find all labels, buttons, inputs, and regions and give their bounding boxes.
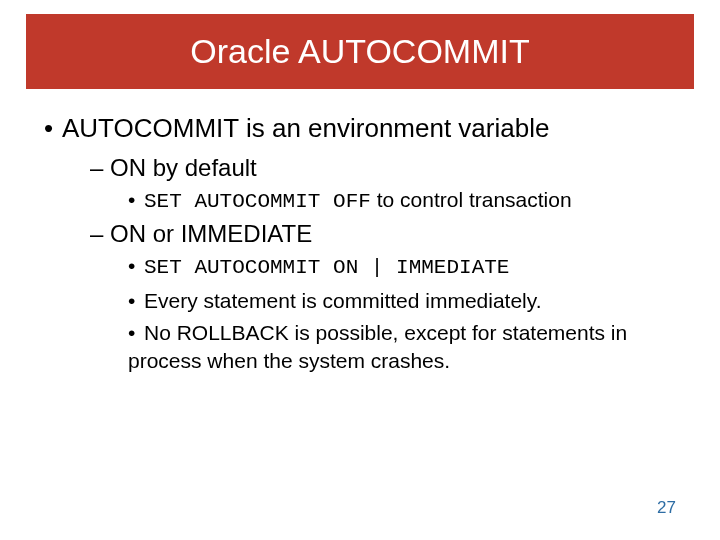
slide-title: Oracle AUTOCOMMIT: [26, 14, 694, 89]
slide-content: •AUTOCOMMIT is an environment variable –…: [0, 113, 720, 376]
bullet-level3: •Every statement is committed immediatel…: [128, 287, 690, 315]
code-text: SET AUTOCOMMIT OFF: [144, 190, 371, 213]
dot-marker: •: [128, 186, 144, 214]
dot-marker: •: [128, 319, 144, 347]
page-number: 27: [657, 498, 676, 518]
bullet-text: to control transaction: [371, 188, 572, 211]
bullet-text: ON by default: [110, 154, 257, 181]
bullet-level3: •No ROLLBACK is possible, except for sta…: [128, 319, 690, 376]
dash-marker: –: [90, 220, 110, 248]
dot-marker: •: [128, 252, 144, 280]
bullet-level1: •AUTOCOMMIT is an environment variable: [30, 113, 690, 144]
bullet-text: ON or IMMEDIATE: [110, 220, 312, 247]
bullet-level3: •SET AUTOCOMMIT ON | IMMEDIATE: [128, 252, 690, 282]
bullet-level3: •SET AUTOCOMMIT OFF to control transacti…: [128, 186, 690, 216]
bullet-text: AUTOCOMMIT is an environment variable: [62, 113, 549, 143]
bullet-marker: •: [44, 113, 62, 144]
bullet-text: Every statement is committed immediately…: [144, 289, 542, 312]
code-text: SET AUTOCOMMIT ON | IMMEDIATE: [144, 256, 509, 279]
bullet-level2: –ON by default: [90, 154, 690, 182]
dot-marker: •: [128, 287, 144, 315]
dash-marker: –: [90, 154, 110, 182]
bullet-text: No ROLLBACK is possible, except for stat…: [128, 321, 627, 372]
bullet-level2: –ON or IMMEDIATE: [90, 220, 690, 248]
